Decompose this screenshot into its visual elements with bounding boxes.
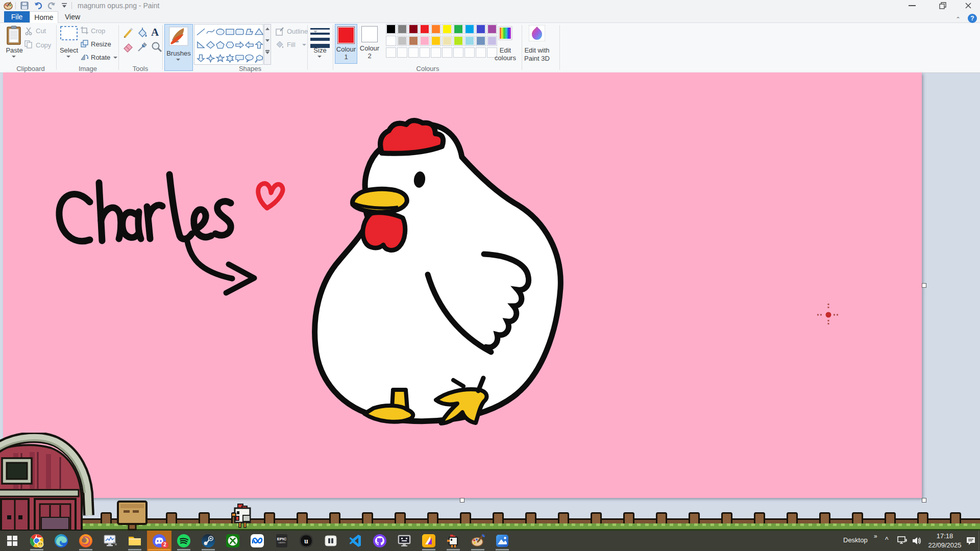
palette-empty-slot[interactable] [442, 47, 452, 58]
paste-dropdown[interactable] [12, 56, 16, 58]
taskbar-app-xbox[interactable] [220, 531, 245, 551]
colour2-button[interactable]: Colour 2 [358, 24, 381, 64]
shape-callout-oval[interactable] [244, 52, 254, 64]
start-button[interactable] [0, 531, 24, 551]
palette-colour-#ffc90e[interactable] [431, 36, 441, 46]
pencil-icon[interactable] [122, 27, 134, 38]
shape-rounded-rectangle[interactable] [235, 25, 244, 38]
tab-home[interactable]: Home [30, 11, 58, 23]
toolbar-overflow-chevron[interactable]: » [874, 533, 877, 540]
taskbar-app-edge[interactable] [49, 531, 74, 551]
shape-callout-rounded[interactable] [235, 52, 244, 64]
text-tool-icon[interactable]: A [151, 26, 159, 39]
palette-colour-#b97a57[interactable] [408, 36, 419, 46]
taskbar-app-firefox[interactable] [74, 531, 98, 551]
taskbar-app-unreal-engine[interactable]: u [294, 531, 318, 551]
palette-empty-slot[interactable] [408, 47, 419, 58]
minimize-button[interactable] [909, 5, 916, 6]
network-icon[interactable] [897, 536, 908, 545]
shapes-scroll-up[interactable] [265, 28, 270, 30]
edit-with-paint3d-button[interactable]: Edit withPaint 3D [522, 46, 552, 63]
taskbar-app-photos[interactable] [490, 531, 514, 551]
select-dropdown[interactable] [66, 56, 70, 58]
shapes-gallery-expand[interactable] [265, 50, 270, 54]
taskbar-app-spotify[interactable] [172, 531, 196, 551]
customize-quick-access-icon[interactable] [61, 3, 67, 8]
brushes-dropdown[interactable] [176, 59, 180, 61]
shape-callout-cloud[interactable] [254, 52, 264, 64]
shape-rectangle[interactable] [225, 25, 235, 38]
select-button[interactable]: Select [57, 46, 81, 54]
hidden-icons-chevron[interactable]: ^ [885, 536, 889, 544]
fill-icon[interactable] [137, 27, 148, 38]
canvas-resize-handle-right[interactable] [922, 283, 926, 288]
taskbar-app-chrome[interactable] [24, 531, 49, 551]
close-button[interactable] [965, 2, 972, 9]
palette-empty-slot[interactable] [420, 47, 430, 58]
edit-colours-icon[interactable] [498, 26, 512, 40]
shape-pentagon[interactable] [215, 38, 225, 51]
palette-colour-#000000[interactable] [386, 24, 396, 34]
color-picker-icon[interactable] [137, 41, 148, 53]
palette-empty-slot[interactable] [453, 47, 463, 58]
palette-colour-#c3c3c3[interactable] [397, 36, 407, 46]
taskbar-app-white-console[interactable] [318, 531, 343, 551]
shape-arrow-left[interactable] [244, 38, 254, 51]
palette-colour-#ffaec9[interactable] [420, 36, 430, 46]
shape-diamond[interactable] [206, 38, 215, 51]
shape-triangle[interactable] [254, 25, 264, 38]
shape-arrow-right[interactable] [235, 38, 244, 51]
shape-arrow-down[interactable] [196, 52, 206, 64]
edit-colours-button[interactable]: Editcolours [490, 46, 521, 62]
palette-colour-#7f7f7f[interactable] [397, 24, 407, 34]
palette-colour-#b5e61d[interactable] [453, 36, 463, 46]
restore-button[interactable] [939, 2, 946, 9]
canvas-resize-handle-corner[interactable] [922, 498, 926, 503]
palette-empty-slot[interactable] [464, 47, 475, 58]
eraser-icon[interactable] [122, 41, 134, 53]
desktop-toolbar-label[interactable]: Desktop [843, 536, 868, 544]
paint3d-icon[interactable] [529, 25, 545, 41]
tab-view[interactable]: View [58, 11, 87, 22]
resize-icon[interactable] [81, 40, 88, 47]
palette-colour-#ed1c24[interactable] [420, 24, 430, 34]
tab-file[interactable]: File [4, 11, 30, 22]
shape-star-5[interactable] [215, 52, 225, 64]
palette-empty-slot[interactable] [476, 47, 486, 58]
paste-button[interactable]: Paste [3, 46, 26, 54]
select-icon[interactable] [60, 26, 78, 40]
colour1-button[interactable]: Colour 1 [335, 24, 357, 64]
shape-star-6[interactable] [225, 52, 235, 64]
shape-line[interactable] [196, 25, 206, 38]
rotate-icon[interactable] [81, 53, 89, 61]
palette-colour-#00a2e8[interactable] [464, 24, 475, 34]
taskbar-app-steam[interactable] [196, 531, 220, 551]
save-icon[interactable] [20, 2, 29, 10]
palette-colour-#880015[interactable] [408, 24, 419, 34]
taskbar-app-github[interactable] [368, 531, 392, 551]
taskbar-app-yellow-design[interactable] [416, 531, 441, 551]
undo-icon[interactable] [34, 2, 43, 10]
palette-empty-slot[interactable] [397, 47, 407, 58]
taskbar-app-retro-monitor[interactable] [392, 531, 416, 551]
palette-colour-#efe4b0[interactable] [442, 36, 452, 46]
taskbar-app-discord[interactable]: 2 [147, 531, 172, 551]
taskbar-app-monitor-graph[interactable] [98, 531, 122, 551]
shape-hexagon[interactable] [225, 38, 235, 51]
palette-colour-#7092be[interactable] [476, 36, 486, 46]
taskbar-app-meta[interactable] [245, 531, 270, 551]
shape-curve[interactable] [206, 25, 215, 38]
paste-icon[interactable] [6, 25, 21, 45]
collapse-ribbon-icon[interactable]: ⌃ [955, 16, 963, 21]
canvas-resize-handle-bottom[interactable] [460, 498, 464, 503]
palette-colour-#3f48cc[interactable] [476, 24, 486, 34]
redo-icon[interactable] [47, 2, 56, 10]
palette-colour-#c8bfe7[interactable] [487, 36, 497, 46]
shape-arrow-up[interactable] [254, 38, 264, 51]
palette-colour-#ff7f27[interactable] [431, 24, 441, 34]
rotate-button[interactable]: Rotate [91, 54, 110, 61]
clock[interactable]: 17:18 22/09/2025 [927, 532, 963, 550]
palette-empty-slot[interactable] [386, 47, 396, 58]
palette-colour-#fff200[interactable] [442, 24, 452, 34]
rotate-dropdown[interactable] [113, 57, 117, 59]
